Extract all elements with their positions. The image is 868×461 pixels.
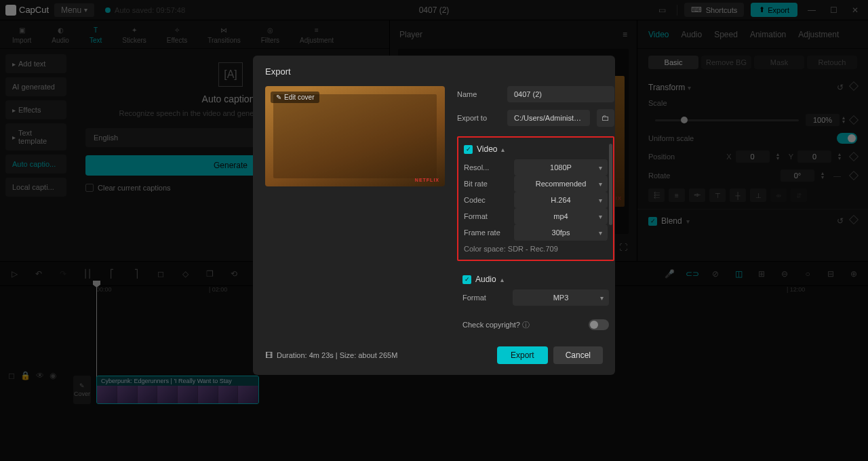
framerate-row: Frame rate 30fps (464, 224, 608, 241)
chevron-down-icon (599, 213, 602, 220)
resolution-row: Resol... 1080P (464, 159, 608, 176)
modal-overlay: Export ✎Edit cover NETFLIX Name Export t… (0, 0, 868, 461)
collapse-icon[interactable]: ▴ (500, 276, 504, 283)
bitrate-label: Bit rate (464, 180, 507, 188)
format-select[interactable]: mp4 (514, 208, 608, 224)
chevron-down-icon (599, 197, 602, 204)
chevron-down-icon (599, 180, 602, 188)
codec-row: Codec H.264 (464, 192, 608, 208)
name-input[interactable] (507, 86, 614, 102)
browse-folder-button[interactable]: 🗀 (597, 109, 614, 127)
video-checkbox-icon: ✓ (464, 145, 473, 154)
pencil-icon: ✎ (276, 94, 281, 101)
modal-body: ✎Edit cover NETFLIX Name Export to C:/Us… (265, 86, 603, 334)
export-button[interactable]: Export (497, 346, 548, 364)
help-icon[interactable]: ⓘ (522, 321, 530, 329)
video-section-check[interactable]: ✓ Video ▴ (464, 144, 608, 154)
folder-icon: 🗀 (601, 113, 610, 123)
edit-cover-button[interactable]: ✎Edit cover (271, 92, 319, 103)
modal-footer: 🎞 Duration: 4m 23s | Size: about 265M Ex… (265, 346, 603, 364)
audio-format-select[interactable]: MP3 (513, 289, 609, 306)
audio-section: ✓ Audio ▴ Format MP3 (457, 268, 614, 308)
cover-preview: ✎Edit cover NETFLIX (265, 86, 445, 186)
netflix-badge: NETFLIX (415, 178, 439, 182)
format-label: Format (464, 212, 507, 220)
cover-image (273, 94, 437, 178)
export-to-row: Export to C:/Users/Administrat... 🗀 (457, 109, 614, 127)
format-row: Format mp4 (464, 208, 608, 224)
name-label: Name (457, 90, 500, 98)
scroll-thumb[interactable] (609, 144, 612, 225)
modal-form: Name Export to C:/Users/Administrat... 🗀… (457, 86, 620, 334)
video-settings-box: ✓ Video ▴ Resol... 1080P Bit rate Recomm… (457, 136, 614, 261)
resolution-label: Resol... (464, 163, 507, 172)
footer-buttons: Export Cancel (497, 346, 603, 364)
bitrate-row: Bit rate Recommended (464, 176, 608, 192)
chevron-down-icon (599, 164, 602, 172)
export-to-label: Export to (457, 114, 500, 122)
framerate-select[interactable]: 30fps (514, 224, 608, 241)
collapse-icon[interactable]: ▴ (501, 146, 505, 153)
audio-section-check[interactable]: ✓ Audio ▴ (462, 275, 609, 284)
resolution-select[interactable]: 1080P (514, 159, 608, 176)
film-icon: 🎞 (265, 351, 273, 359)
duration-info: 🎞 Duration: 4m 23s | Size: about 265M (265, 351, 397, 359)
name-row: Name (457, 86, 614, 102)
modal-title: Export (265, 66, 603, 77)
codec-label: Codec (464, 196, 507, 204)
export-to-path[interactable]: C:/Users/Administrat... (507, 110, 590, 126)
copyright-toggle[interactable] (589, 319, 609, 330)
framerate-label: Frame rate (464, 228, 507, 237)
chevron-down-icon (599, 229, 602, 237)
codec-select[interactable]: H.264 (514, 192, 608, 208)
export-modal: Export ✎Edit cover NETFLIX Name Export t… (253, 56, 615, 375)
color-space-text: Color space: SDR - Rec.709 (464, 245, 608, 253)
audio-checkbox-icon: ✓ (462, 275, 471, 284)
audio-format-label: Format (462, 294, 506, 302)
modal-left-col: ✎Edit cover NETFLIX (265, 86, 445, 334)
modal-scrollbar[interactable] (609, 144, 612, 334)
copyright-row: Check copyright? ⓘ (457, 315, 614, 334)
audio-format-row: Format MP3 (462, 289, 609, 306)
chevron-down-icon (600, 294, 604, 302)
bitrate-select[interactable]: Recommended (514, 176, 608, 192)
cancel-button[interactable]: Cancel (553, 346, 603, 364)
